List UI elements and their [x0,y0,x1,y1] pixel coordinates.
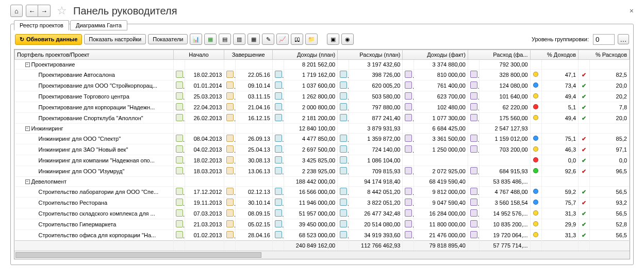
table-row[interactable]: Строительство Гипермаркета 21.03.2013 05… [15,219,630,230]
status-dot [533,93,538,99]
toolbar-icon-6[interactable]: ✎ [262,34,274,45]
table-row[interactable]: Инжиниринг для ООО "Изумруд" 18.03.2013 … [15,166,630,177]
refresh-button[interactable]: ↻Обновить данные [15,34,82,45]
toolbar-icon-4[interactable]: ▥ [233,34,245,45]
table-row[interactable]: Строительство офиса для корпорации "На..… [15,230,630,241]
plan-icon [340,231,347,238]
pct-income: 31,3 [541,230,578,241]
col-pct-expense[interactable]: % Расходов [579,50,630,60]
toolbar-icon-2[interactable]: ▦ [204,34,217,45]
group-dp: 188 442 000,00 [284,177,337,187]
start-date: 01.01.2014 [185,80,224,91]
toolbar-icon-1[interactable]: 📊 [190,34,202,45]
end-icon [226,103,234,110]
show-settings-button[interactable]: Показать настройки [84,34,146,44]
status-dot [533,168,538,173]
col-expense-fact[interactable]: Расход (фа... [468,50,530,60]
forward-button[interactable]: → [38,5,51,17]
favorite-icon[interactable]: ☆ [57,4,67,18]
plan-icon [340,135,347,142]
expense-fact: 684 915,93 [479,166,530,177]
toolbar-icon-7[interactable]: 📈 [276,34,289,45]
toolbar-icon-11[interactable]: ◉ [341,34,354,45]
collapse-icon[interactable]: − [25,62,30,67]
group-row[interactable]: −Девелопмент 188 442 000,00 94 174 918,4… [15,177,630,187]
fact-icon [470,167,477,174]
toolbar-icon-3[interactable]: ▤ [219,34,231,45]
expense-plan: 3 822 051,20 [349,198,403,208]
collapse-icon[interactable]: − [25,126,30,131]
expense-fact: 19 720 064,... [479,230,530,241]
col-pct-income[interactable]: % Доходов [530,50,578,60]
start-icon [176,199,183,206]
pct-expense: 7,8 [590,102,630,113]
check-icon: ✔ [582,146,586,153]
toolbar-icon-8[interactable]: 🕮 [291,34,303,45]
fact-icon [470,209,477,217]
start-icon [176,81,183,89]
group-row[interactable]: −Инжиниринг 12 840 100,00 3 879 931,93 6… [15,124,630,134]
end-date: 30.10.14 [236,198,272,208]
col-expense-plan[interactable]: Расходы (план) [338,50,403,60]
table-row[interactable]: Проектирование для корпорации "Надежн...… [15,102,630,113]
total-income-fact: 79 818 895,40 [414,241,468,251]
start-icon [176,145,183,153]
totals-row: 240 849 162,00 112 766 462,93 79 818 895… [15,241,630,251]
plan-icon [275,188,282,195]
fact-icon [470,220,477,227]
pct-expense: 52,8 [590,219,630,230]
back-button[interactable]: ← [26,5,38,17]
horizontal-scrollbar[interactable] [14,251,630,259]
plan-icon [275,156,282,163]
table-row[interactable]: Проектирование Спортклуба "Аполлон" 26.0… [15,113,630,124]
start-icon [176,135,183,142]
pct-income: 49,4 [541,91,578,102]
table-row[interactable]: Инжиниринг для ЗАО "Новый век" 04.02.201… [15,144,630,155]
col-start[interactable]: Начало [173,50,224,60]
collapse-icon[interactable]: − [25,179,30,184]
table-row[interactable]: Строительство складского комплекса для .… [15,208,630,219]
group-rf: 53 835 486,... [479,177,530,187]
start-icon [176,92,183,100]
table-row[interactable]: Проектирование Торгового центра 25.03.20… [15,91,630,102]
close-button[interactable]: × [630,7,634,15]
expense-plan: 34 919 393,60 [349,230,403,241]
tab-gantt[interactable]: Диаграмма Ганта [70,20,127,30]
table-row[interactable]: Инжиниринг для компании "Надежная опо...… [15,155,630,166]
table-row[interactable]: Строительство лаборатории для ООО "Спе..… [15,187,630,198]
grouping-dots-button[interactable]: … [618,34,629,44]
expense-fact: 328 800,00 [479,70,530,80]
end-icon [226,145,234,153]
col-end[interactable]: Завершение [224,50,272,60]
status-dot [533,232,538,237]
indicators-button[interactable]: Показатели [148,34,188,44]
tab-registry[interactable]: Реестр проектов [14,20,69,30]
home-button[interactable]: ⌂ [10,5,23,17]
end-icon [226,92,234,100]
status-dot [533,221,538,226]
end-icon [226,167,234,174]
end-icon [226,114,234,121]
table-row[interactable]: Проектирование для ООО "Стройкорпорац...… [15,80,630,91]
col-income-plan[interactable]: Доходы (план) [272,50,337,60]
col-project[interactable]: Портфель проектов/Проект [15,50,174,60]
group-row[interactable]: −Проектирование 8 201 562,00 3 197 432,6… [15,60,630,70]
toolbar-icon-9[interactable]: 📁 [305,34,318,45]
pct-income: 0,0 [541,155,578,166]
income-plan: 39 450 000,00 [284,219,337,230]
toolbar-icon-5[interactable]: ▦ [247,34,260,45]
pct-income: 49,4 [541,113,578,124]
status-dot [533,115,538,120]
col-income-fact[interactable]: Доходы (факт) [403,50,468,60]
table-row[interactable]: Строительство Ресторана 19.11.2013 30.10… [15,198,630,208]
income-fact: 16 284 000,00 [414,208,468,219]
toolbar-icon-10[interactable]: ▣ [327,34,339,45]
table-row[interactable]: Проектирование Автосалона 18.02.2013 22.… [15,70,630,80]
grouping-input[interactable] [593,34,615,45]
table-row[interactable]: Инжиниринг для ООО "Спектр" 08.04.2013 2… [15,134,630,144]
refresh-icon: ↻ [20,36,24,43]
start-date: 07.03.2013 [185,208,224,219]
fact-icon [405,103,412,110]
income-fact: 1 077 300,00 [414,113,468,124]
pct-income: 47,1 [541,70,578,80]
